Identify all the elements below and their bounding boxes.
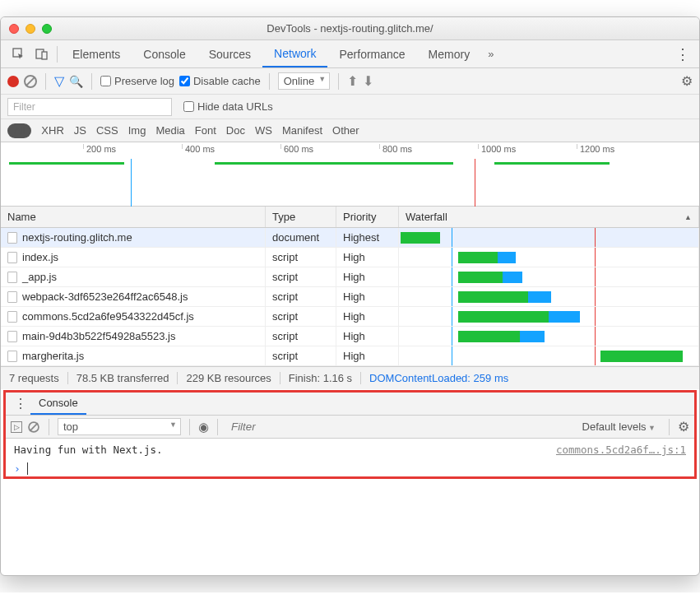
preserve-log-checkbox[interactable]: Preserve log — [100, 75, 174, 87]
request-waterfall — [399, 346, 699, 365]
console-execute-icon[interactable]: ▷ — [11, 421, 22, 433]
overview-bars — [1, 159, 699, 207]
hide-data-urls-checkbox[interactable]: Hide data URLs — [183, 100, 273, 113]
disable-cache-checkbox[interactable]: Disable cache — [179, 75, 261, 87]
status-transferred: 78.5 KB transferred — [68, 372, 178, 384]
request-waterfall — [399, 287, 699, 306]
console-output: Having fun with Next.js. commons.5cd2a6f… — [6, 439, 694, 461]
table-row[interactable]: main-9d4b3b522f54928a5523.jsscriptHigh — [1, 327, 699, 346]
request-waterfall — [399, 307, 699, 326]
network-settings-icon[interactable]: ⚙ — [681, 73, 693, 89]
table-row[interactable]: index.jsscriptHigh — [1, 248, 699, 267]
file-icon — [7, 291, 17, 303]
type-ws[interactable]: WS — [255, 124, 272, 137]
console-source-link[interactable]: commons.5cd2a6f….js:1 — [556, 444, 686, 456]
col-name[interactable]: Name — [1, 207, 266, 227]
download-har-icon[interactable]: ⬇ — [363, 73, 373, 89]
request-type: script — [266, 327, 336, 346]
record-button[interactable] — [7, 76, 19, 87]
tab-memory[interactable]: Memory — [417, 40, 482, 67]
clear-button[interactable] — [24, 75, 37, 88]
type-xhr[interactable]: XHR — [41, 124, 63, 137]
table-row[interactable]: _app.jsscriptHigh — [1, 267, 699, 287]
filter-toggle-icon[interactable]: ▽ — [54, 73, 64, 89]
request-type: script — [266, 287, 336, 306]
time-ruler: 200 ms 400 ms 600 ms 800 ms 1000 ms 1200… — [1, 142, 699, 159]
zoom-window-button[interactable] — [42, 24, 52, 34]
more-tabs-icon[interactable]: » — [481, 48, 500, 60]
upload-har-icon[interactable]: ⬆ — [347, 73, 358, 89]
network-toolbar: ▽ 🔍 Preserve log Disable cache Online ⬆ … — [1, 68, 699, 95]
live-expression-icon[interactable]: ◉ — [198, 420, 209, 434]
request-priority: Highest — [336, 228, 399, 247]
type-filter-bar: All XHR JS CSS Img Media Font Doc WS Man… — [1, 119, 699, 142]
devtools-window: DevTools - nextjs-routing.glitch.me/ Ele… — [0, 16, 700, 576]
table-row[interactable]: margherita.jsscriptHigh — [1, 346, 699, 366]
minimize-window-button[interactable] — [25, 24, 35, 34]
type-manifest[interactable]: Manifest — [282, 124, 322, 137]
request-priority: High — [336, 307, 399, 326]
request-priority: High — [336, 287, 399, 306]
type-font[interactable]: Font — [195, 124, 216, 137]
settings-menu-icon[interactable]: ⋮ — [673, 45, 693, 63]
request-name: margherita.js — [22, 350, 84, 362]
table-row[interactable]: commons.5cd2a6fe9543322d45cf.jsscriptHig… — [1, 307, 699, 327]
type-css[interactable]: CSS — [96, 124, 118, 137]
type-js[interactable]: JS — [74, 124, 86, 137]
col-priority[interactable]: Priority — [336, 207, 399, 227]
request-type: script — [266, 248, 336, 267]
request-name: commons.5cd2a6fe9543322d45cf.js — [22, 310, 194, 323]
request-type: script — [266, 307, 336, 326]
col-type[interactable]: Type — [266, 207, 336, 227]
request-priority: High — [336, 248, 399, 267]
console-drawer-tab[interactable]: Console — [30, 393, 86, 415]
console-clear-icon[interactable] — [28, 421, 39, 433]
type-other[interactable]: Other — [332, 124, 359, 137]
close-window-button[interactable] — [9, 24, 19, 34]
context-select[interactable]: top — [58, 418, 181, 435]
type-media[interactable]: Media — [155, 124, 184, 137]
load-marker — [475, 159, 475, 207]
type-img[interactable]: Img — [128, 124, 146, 137]
device-toggle-icon[interactable] — [30, 43, 53, 66]
search-icon[interactable]: 🔍 — [69, 75, 83, 88]
overview-timeline[interactable]: 200 ms 400 ms 600 ms 800 ms 1000 ms 1200… — [1, 142, 699, 207]
col-waterfall[interactable]: Waterfall — [399, 207, 699, 227]
dcl-marker — [131, 159, 132, 207]
tab-performance[interactable]: Performance — [327, 40, 416, 67]
table-header: Name Type Priority Waterfall — [1, 207, 699, 228]
traffic-lights — [9, 24, 52, 34]
log-level-select[interactable]: Default levels — [577, 419, 661, 434]
tab-sources[interactable]: Sources — [197, 40, 262, 67]
console-menu-icon[interactable]: ⋮ — [11, 396, 30, 411]
status-requests: 7 requests — [9, 372, 68, 384]
console-message: Having fun with Next.js. — [14, 444, 163, 456]
filter-input[interactable]: Filter — [7, 98, 172, 116]
status-resources: 229 KB resources — [178, 372, 280, 384]
type-doc[interactable]: Doc — [226, 124, 245, 137]
console-header: ⋮ Console — [6, 393, 694, 416]
console-settings-icon[interactable]: ⚙ — [678, 419, 689, 434]
table-row[interactable]: webpack-3df6523e264ff2ac6548.jsscriptHig… — [1, 287, 699, 307]
tab-console[interactable]: Console — [132, 40, 197, 67]
console-prompt[interactable]: › — [6, 461, 694, 476]
request-waterfall — [399, 248, 699, 267]
tab-network[interactable]: Network — [262, 40, 327, 67]
type-all[interactable]: All — [7, 123, 31, 138]
console-filter-input[interactable] — [226, 419, 573, 434]
window-title: DevTools - nextjs-routing.glitch.me/ — [9, 22, 691, 35]
console-toolbar: ▷ top ◉ Default levels ⚙ — [6, 416, 694, 439]
file-icon — [7, 331, 17, 342]
file-icon — [7, 272, 17, 283]
file-icon — [7, 311, 17, 323]
request-table: nextjs-routing.glitch.medocumentHighesti… — [1, 228, 699, 366]
request-waterfall — [399, 327, 699, 346]
request-type: script — [266, 346, 336, 365]
table-row[interactable]: nextjs-routing.glitch.medocumentHighest — [1, 228, 699, 248]
inspect-icon[interactable] — [7, 43, 30, 66]
tab-elements[interactable]: Elements — [61, 40, 132, 67]
main-tabs: Elements Console Sources Network Perform… — [1, 40, 699, 68]
filter-bar: Filter Hide data URLs — [1, 95, 699, 119]
throttle-select[interactable]: Online — [278, 72, 331, 90]
request-name: index.js — [22, 251, 58, 263]
